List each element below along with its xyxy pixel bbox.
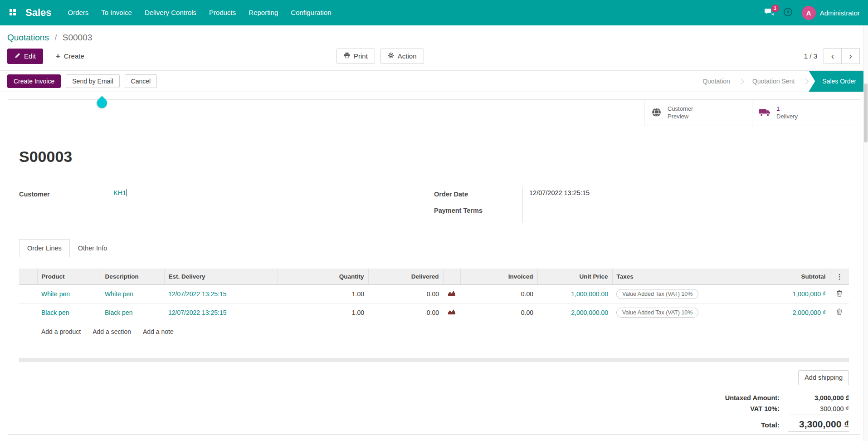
send-by-email-button[interactable]: Send by Email	[66, 74, 119, 88]
column-options-icon[interactable]: ⋮	[834, 273, 845, 281]
user-name: Administrator	[820, 9, 860, 17]
order-line-row[interactable]: White pen White pen 12/07/2022 13:25:15 …	[19, 284, 849, 303]
messages-button[interactable]: 1	[765, 8, 774, 18]
cell-invoiced[interactable]: 0.00	[460, 284, 537, 303]
control-panel-buttons: Edit + Create Print	[7, 48, 860, 70]
header-subtotal: Subtotal	[744, 269, 830, 284]
tab-other-info[interactable]: Other Info	[70, 239, 115, 257]
action-button[interactable]: Action	[380, 49, 424, 64]
stage-quotation[interactable]: Quotation	[694, 71, 738, 92]
cell-quantity[interactable]: 1.00	[278, 284, 368, 303]
customer-value[interactable]: KH1	[113, 189, 126, 196]
text-cursor	[127, 189, 127, 196]
order-line-row[interactable]: Black pen Black pen 12/07/2022 13:25:15 …	[19, 303, 849, 322]
add-shipping-button[interactable]: Add shipping	[798, 370, 849, 385]
pager-value[interactable]: 1 / 3	[804, 52, 817, 60]
customer-preview-label: Customer Preview	[668, 105, 693, 121]
cell-delivered[interactable]: 0.00	[368, 284, 443, 303]
edit-button[interactable]: Edit	[7, 49, 43, 64]
section-separator	[19, 358, 849, 362]
cell-delivered[interactable]: 0.00	[368, 303, 443, 322]
total-label: Total:	[761, 421, 780, 429]
cell-description[interactable]: White pen	[101, 284, 164, 303]
menu-orders[interactable]: Orders	[62, 0, 95, 25]
customer-preview-stat-button[interactable]: Customer Preview	[644, 100, 752, 126]
stage-sales-order[interactable]: Sales Order	[809, 71, 868, 92]
customer-preview-line2: Preview	[668, 113, 688, 120]
total-row: Total: 3,300,000 ₫	[695, 417, 849, 433]
stage-quotation-sent[interactable]: Quotation Sent	[744, 71, 803, 92]
messages-count-badge: 1	[771, 5, 779, 12]
delete-line-button[interactable]	[836, 290, 843, 298]
add-a-product-link[interactable]: Add a product	[41, 328, 81, 335]
cell-subtotal: 2,000,000 ₫	[744, 303, 830, 322]
cell-product[interactable]: Black pen	[37, 303, 101, 322]
pager-previous-button[interactable]: ‹	[824, 48, 842, 64]
customer-input[interactable]: KH1	[107, 189, 434, 199]
header-handle	[19, 269, 37, 284]
add-a-section-link[interactable]: Add a section	[93, 328, 131, 335]
app-brand[interactable]: Sales	[25, 7, 52, 19]
order-lines-section: Product Description Est. Delivery Quanti…	[8, 257, 860, 342]
delivery-label: Delivery	[776, 113, 798, 120]
truck-icon	[759, 108, 771, 118]
menu-products[interactable]: Products	[203, 0, 242, 25]
globe-icon	[651, 107, 662, 119]
cancel-button[interactable]: Cancel	[125, 74, 157, 88]
cell-est-delivery[interactable]: 12/07/2022 13:25:15	[164, 303, 278, 322]
order-title: S00003	[8, 137, 860, 166]
plus-icon: +	[56, 52, 60, 60]
menu-to-invoice[interactable]: To Invoice	[95, 0, 138, 25]
cell-description[interactable]: Black pen	[101, 303, 164, 322]
user-menu[interactable]: A Administrator	[802, 6, 860, 20]
payment-terms-input[interactable]	[522, 206, 849, 216]
customer-preview-line1: Customer	[668, 105, 693, 112]
cell-forecast	[443, 284, 460, 303]
order-date-input[interactable]: 12/07/2022 13:25:15	[522, 189, 849, 199]
cell-est-delivery[interactable]: 12/07/2022 13:25:15	[164, 284, 278, 303]
cell-invoiced[interactable]: 0.00	[460, 303, 537, 322]
tax-tag[interactable]: Value Added Tax (VAT) 10%	[616, 308, 698, 318]
pager-next-button[interactable]: ›	[842, 48, 860, 64]
tax-tag[interactable]: Value Added Tax (VAT) 10%	[616, 289, 698, 299]
field-separator-line	[522, 187, 523, 223]
header-forecast	[443, 269, 460, 284]
chevron-right-icon: ›	[849, 51, 852, 61]
cell-product[interactable]: White pen	[37, 284, 101, 303]
cell-taxes[interactable]: Value Added Tax (VAT) 10%	[612, 284, 744, 303]
cell-quantity[interactable]: 1.00	[278, 303, 368, 322]
trash-icon	[836, 309, 843, 317]
menu-configuration[interactable]: Configuration	[284, 0, 337, 25]
vat-label: VAT 10%:	[750, 405, 780, 412]
printer-icon	[344, 52, 350, 60]
create-button[interactable]: + Create	[49, 49, 92, 64]
delete-line-button[interactable]	[836, 309, 843, 317]
cell-unit-price[interactable]: 2,000,000.00	[537, 303, 612, 322]
delivery-stat-button[interactable]: 1 Delivery	[752, 100, 860, 126]
apps-menu-button[interactable]	[3, 0, 23, 25]
cell-taxes[interactable]: Value Added Tax (VAT) 10%	[612, 303, 744, 322]
menu-delivery-controls[interactable]: Delivery Controls	[138, 0, 203, 25]
print-button-label: Print	[354, 52, 368, 60]
cell-unit-price[interactable]: 1,000,000.00	[537, 284, 612, 303]
breadcrumb-separator: /	[54, 33, 57, 42]
forecast-chart-icon[interactable]	[448, 290, 456, 298]
scrollbar-thumb[interactable]	[864, 83, 868, 142]
cell-handle	[19, 303, 37, 322]
add-a-note-link[interactable]: Add a note	[143, 328, 174, 335]
order-lines-table: Product Description Est. Delivery Quanti…	[19, 269, 849, 322]
cell-forecast	[443, 303, 460, 322]
activities-button[interactable]	[783, 7, 793, 18]
header-quantity: Quantity	[278, 269, 368, 284]
forecast-chart-icon[interactable]	[448, 309, 456, 316]
tab-order-lines[interactable]: Order Lines	[19, 239, 70, 257]
pencil-icon	[15, 52, 20, 60]
breadcrumb-current: S00003	[63, 33, 93, 42]
menu-reporting[interactable]: Reporting	[242, 0, 284, 25]
print-button[interactable]: Print	[336, 49, 375, 64]
navbar-right: 1 A Administrator	[765, 6, 860, 20]
create-invoice-button[interactable]: Create Invoice	[7, 74, 61, 88]
breadcrumb-quotations[interactable]: Quotations	[7, 33, 49, 42]
customer-label: Customer	[19, 191, 107, 198]
header-description: Description	[101, 269, 164, 284]
